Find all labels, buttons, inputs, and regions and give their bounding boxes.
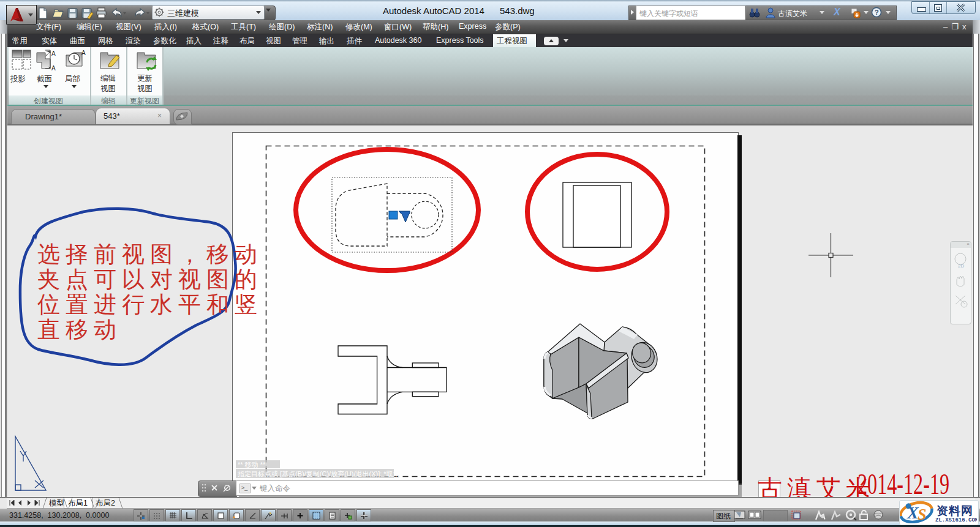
svg-text:2D: 2D	[958, 263, 964, 269]
svg-text:ZL.XS1616.COM: ZL.XS1616.COM	[935, 517, 977, 523]
svg-text:资料网: 资料网	[937, 504, 973, 517]
svg-text:A: A	[81, 50, 86, 56]
svg-text:?: ?	[875, 9, 879, 16]
svg-text:S: S	[918, 506, 926, 523]
svg-text:A: A	[51, 50, 56, 57]
svg-text:A: A	[51, 65, 56, 72]
